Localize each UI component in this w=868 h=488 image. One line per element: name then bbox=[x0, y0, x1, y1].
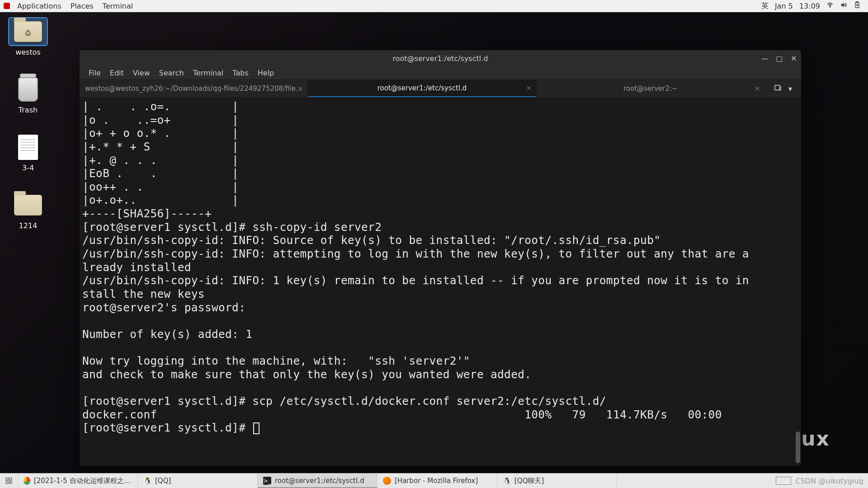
bottom-taskbar: [2021-1-5 自动化运维课程之docker... 🐧 [QQ] >_ ro… bbox=[0, 473, 868, 488]
penguin-icon: 🐧 bbox=[503, 477, 511, 485]
ime-indicator[interactable]: 英 bbox=[761, 1, 769, 11]
menu-terminal[interactable]: Terminal bbox=[189, 69, 228, 77]
svg-point-0 bbox=[830, 6, 830, 7]
taskbar-label: [QQ聊天] bbox=[514, 477, 544, 485]
distro-watermark-suffix: ux bbox=[801, 427, 830, 450]
terminal-text: | . . .o=. | |o . ..=o+ | |o+ + o o.* . … bbox=[82, 100, 749, 434]
taskbar-item-qqchat[interactable]: 🐧 [QQ聊天] bbox=[497, 474, 617, 488]
window-minimize-button[interactable]: — bbox=[761, 55, 769, 62]
taskbar-label: root@server1:/etc/sysctl.d bbox=[275, 477, 364, 485]
file-icon bbox=[18, 135, 38, 160]
tab-menu-chevron-icon[interactable]: ▾ bbox=[788, 84, 792, 93]
taskbar-item-firefox[interactable]: [Harbor - Mozilla Firefox] bbox=[377, 474, 497, 488]
menu-tabs[interactable]: Tabs bbox=[228, 69, 253, 77]
desktop-icon-folder-1214[interactable]: 1214 bbox=[1, 192, 55, 230]
taskbar-label: [2021-1-5 自动化运维课程之docker... bbox=[34, 477, 132, 485]
desktop-icon-file-3-4[interactable]: 3-4 bbox=[1, 134, 55, 172]
tab-label: root@server1:/etc/sysctl.d bbox=[377, 84, 467, 92]
window-titlebar[interactable]: root@server1:/etc/sysctl.d — ▢ ✕ bbox=[80, 50, 801, 66]
svg-rect-3 bbox=[775, 85, 780, 90]
csdn-watermark: CSDN @uikotygiug bbox=[796, 477, 863, 485]
taskbar-item-qq[interactable]: 🐧 [QQ] bbox=[138, 474, 258, 488]
wifi-icon[interactable] bbox=[826, 1, 834, 10]
taskbar-item-chrome[interactable]: [2021-1-5 自动化运维课程之docker... bbox=[18, 474, 138, 488]
tab-close-icon[interactable]: ✕ bbox=[298, 85, 303, 92]
show-desktop-button[interactable] bbox=[0, 474, 18, 488]
penguin-icon: 🐧 bbox=[143, 477, 151, 485]
battery-icon[interactable] bbox=[854, 1, 861, 10]
terminal-window: root@server1:/etc/sysctl.d — ▢ ✕ File Ed… bbox=[80, 50, 801, 466]
taskbar-label: [Harbor - Mozilla Firefox] bbox=[395, 477, 478, 485]
tab-close-icon[interactable]: ✕ bbox=[526, 84, 532, 92]
scrollbar-thumb[interactable] bbox=[796, 432, 800, 463]
terminal-tabbar: westos@westos_zyh26:~/Downloads/qq-files… bbox=[80, 80, 801, 97]
folder-icon bbox=[14, 195, 42, 216]
terminal-tab-2[interactable]: root@server1:/etc/sysctl.d ✕ bbox=[308, 80, 536, 97]
chrome-icon bbox=[24, 477, 30, 485]
svg-rect-7 bbox=[9, 481, 12, 483]
workspace-indicator[interactable] bbox=[776, 477, 791, 485]
tab-label: westos@westos_zyh26:~/Downloads/qq-files… bbox=[85, 84, 302, 93]
menu-places[interactable]: Places bbox=[66, 2, 98, 10]
svg-rect-6 bbox=[6, 481, 8, 483]
menu-view[interactable]: View bbox=[128, 69, 155, 77]
window-close-button[interactable]: ✕ bbox=[790, 55, 797, 62]
new-tab-button[interactable] bbox=[774, 84, 782, 94]
taskbar-tray: CSDN @uikotygiug bbox=[771, 474, 868, 488]
svg-rect-5 bbox=[9, 478, 12, 480]
menu-file[interactable]: File bbox=[84, 69, 105, 77]
desktop-icon-westos[interactable]: ⌂ westos bbox=[1, 18, 55, 56]
clock-time[interactable]: 13:09 bbox=[799, 2, 820, 10]
system-tray: 英 Jan 5 13:09 bbox=[758, 1, 864, 11]
window-title: root@server1:/etc/sysctl.d bbox=[393, 54, 488, 63]
taskbar-item-terminal[interactable]: >_ root@server1:/etc/sysctl.d bbox=[258, 474, 377, 488]
terminal-tab-1[interactable]: westos@westos_zyh26:~/Downloads/qq-files… bbox=[80, 80, 308, 97]
terminal-tab-3[interactable]: root@server2:~ ✕ bbox=[537, 80, 765, 97]
home-icon: ⌂ bbox=[25, 26, 31, 37]
terminal-output[interactable]: | . . .o=. | |o . ..=o+ | |o+ + o o.* . … bbox=[80, 97, 801, 466]
desktop-icon-label: westos bbox=[1, 48, 55, 56]
tab-close-icon[interactable]: ✕ bbox=[755, 85, 760, 92]
volume-icon[interactable] bbox=[840, 1, 847, 10]
svg-rect-4 bbox=[6, 478, 8, 480]
tab-label: root@server2:~ bbox=[623, 84, 678, 93]
window-maximize-button[interactable]: ▢ bbox=[776, 55, 783, 62]
activities-icon[interactable] bbox=[4, 3, 10, 9]
gnome-topbar: Applications Places Terminal 英 Jan 5 13:… bbox=[0, 0, 868, 12]
desktop-icon-label: 3-4 bbox=[1, 164, 55, 172]
desktop-icon-label: 1214 bbox=[1, 221, 55, 230]
clock-date[interactable]: Jan 5 bbox=[775, 2, 793, 10]
menu-help[interactable]: Help bbox=[253, 69, 278, 77]
menu-terminal[interactable]: Terminal bbox=[98, 2, 138, 10]
trash-icon bbox=[18, 77, 38, 102]
terminal-icon: >_ bbox=[263, 477, 271, 485]
cursor-icon bbox=[253, 422, 259, 434]
firefox-icon bbox=[383, 477, 391, 485]
menu-edit[interactable]: Edit bbox=[105, 69, 128, 77]
svg-rect-2 bbox=[856, 2, 858, 2]
taskbar-label: [QQ] bbox=[155, 477, 171, 485]
desktop-icon-trash[interactable]: Trash bbox=[1, 76, 55, 114]
desktop-icon-label: Trash bbox=[1, 106, 55, 114]
menu-applications[interactable]: Applications bbox=[13, 2, 66, 10]
terminal-menubar: File Edit View Search Terminal Tabs Help bbox=[80, 66, 801, 80]
menu-search[interactable]: Search bbox=[155, 69, 189, 77]
